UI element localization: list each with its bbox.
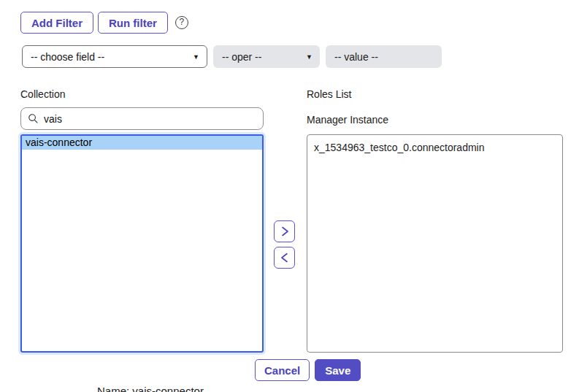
list-item[interactable]: vais-connector <box>22 136 262 150</box>
operator-value: -- oper -- <box>222 51 261 63</box>
move-right-button[interactable] <box>274 220 295 242</box>
record-name-text: Name: vais-connector <box>97 385 204 392</box>
choose-field-value: -- choose field -- <box>31 51 104 63</box>
roles-listbox[interactable]: x_1534963_testco_0.connectoradmin <box>307 134 563 353</box>
filter-toolbar: Add Filter Run filter ? <box>20 12 188 34</box>
collection-listbox[interactable]: vais-connector <box>20 134 264 353</box>
help-icon[interactable]: ? <box>175 16 188 29</box>
cancel-button[interactable]: Cancel <box>255 359 310 381</box>
run-filter-button[interactable]: Run filter <box>98 12 168 34</box>
chevron-down-icon: ▼ <box>193 53 199 60</box>
add-filter-button[interactable]: Add Filter <box>20 12 93 34</box>
collection-search[interactable] <box>20 107 264 130</box>
list-item[interactable]: x_1534963_testco_0.connectoradmin <box>307 135 562 156</box>
chevron-left-icon <box>280 252 290 264</box>
save-button[interactable]: Save <box>315 359 361 381</box>
roles-list-label: Roles List <box>307 88 351 100</box>
move-left-button[interactable] <box>274 247 295 269</box>
collection-label: Collection <box>20 88 65 100</box>
collection-search-input[interactable] <box>44 113 257 125</box>
choose-field-select[interactable]: -- choose field -- ▼ <box>22 45 207 68</box>
footer-actions: Cancel Save <box>255 359 361 381</box>
chevron-right-icon <box>280 226 290 237</box>
operator-select[interactable]: -- oper -- ▼ <box>213 45 320 68</box>
chevron-down-icon: ▼ <box>306 53 312 60</box>
value-field[interactable]: -- value -- <box>326 45 442 68</box>
filter-condition-row: -- choose field -- ▼ -- oper -- ▼ -- val… <box>22 45 442 68</box>
manager-instance-label: Manager Instance <box>307 114 388 126</box>
search-icon <box>28 113 39 124</box>
value-field-text: -- value -- <box>334 51 378 63</box>
